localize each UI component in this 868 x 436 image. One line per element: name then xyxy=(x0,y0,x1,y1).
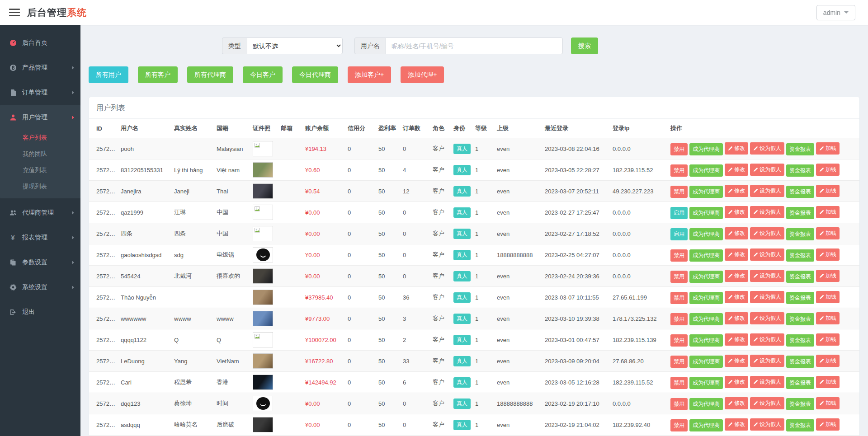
username-search-input[interactable] xyxy=(386,38,563,54)
become-agent-button[interactable]: 成为代理商 xyxy=(689,377,723,389)
become-agent-button[interactable]: 成为代理商 xyxy=(689,249,723,262)
all-agents-button[interactable]: 所有代理商 xyxy=(187,66,233,83)
become-agent-button[interactable]: 成为代理商 xyxy=(689,164,723,177)
edit-button[interactable]: 修改 xyxy=(725,312,748,324)
edit-button[interactable]: 修改 xyxy=(725,397,748,409)
become-agent-button[interactable]: 成为代理商 xyxy=(689,228,723,240)
edit-button[interactable]: 修改 xyxy=(725,248,748,261)
fund-report-button[interactable]: 资金报表 xyxy=(786,143,814,155)
set-fake-button[interactable]: 设为假人 xyxy=(750,312,784,324)
set-fake-button[interactable]: 设为假人 xyxy=(750,397,784,409)
sidebar-subitem-customer-list[interactable]: 客户列表 xyxy=(0,130,80,146)
all-customers-button[interactable]: 所有客户 xyxy=(138,66,178,83)
disable-button[interactable]: 禁用 xyxy=(670,334,688,347)
disable-button[interactable]: 禁用 xyxy=(670,419,688,431)
set-fake-button[interactable]: 设为假人 xyxy=(750,376,784,388)
fund-report-button[interactable]: 资金报表 xyxy=(786,228,814,240)
edit-button[interactable]: 修改 xyxy=(725,185,748,197)
sidebar-item-users[interactable]: 用户管理 xyxy=(0,105,80,130)
sidebar-item-orders[interactable]: 订单管理 xyxy=(0,80,80,105)
add-customer-button[interactable]: 添加客户+ xyxy=(348,66,391,83)
edit-button[interactable]: 修改 xyxy=(725,376,748,388)
enable-button[interactable]: 启用 xyxy=(670,207,688,219)
edit-button[interactable]: 修改 xyxy=(725,291,748,303)
today-customers-button[interactable]: 今日客户 xyxy=(243,66,283,83)
set-fake-button[interactable]: 设为假人 xyxy=(750,142,784,155)
become-agent-button[interactable]: 成为代理商 xyxy=(689,186,723,198)
type-select[interactable]: 默认不选 xyxy=(247,38,343,54)
disable-button[interactable]: 禁用 xyxy=(670,313,688,325)
fund-report-button[interactable]: 资金报表 xyxy=(786,419,814,431)
edit-button[interactable]: 修改 xyxy=(725,142,748,155)
set-fake-button[interactable]: 设为假人 xyxy=(750,227,784,239)
edit-button[interactable]: 修改 xyxy=(725,270,748,282)
hamburger-menu-icon[interactable] xyxy=(9,7,20,18)
search-button[interactable]: 搜索 xyxy=(571,38,598,54)
fund-report-button[interactable]: 资金报表 xyxy=(786,377,814,389)
add-money-button[interactable]: 加钱 xyxy=(816,227,840,239)
add-money-button[interactable]: 加钱 xyxy=(816,355,840,367)
set-fake-button[interactable]: 设为假人 xyxy=(750,333,784,346)
fund-report-button[interactable]: 资金报表 xyxy=(786,164,814,177)
add-money-button[interactable]: 加钱 xyxy=(816,185,840,197)
become-agent-button[interactable]: 成为代理商 xyxy=(689,398,723,410)
fund-report-button[interactable]: 资金报表 xyxy=(786,292,814,304)
sidebar-subitem-withdraw-list[interactable]: 提现列表 xyxy=(0,178,80,195)
sidebar-item-reports[interactable]: ¥ 报表管理 xyxy=(0,225,80,250)
set-fake-button[interactable]: 设为假人 xyxy=(750,270,784,282)
sidebar-item-system[interactable]: 系统设置 xyxy=(0,275,80,300)
disable-button[interactable]: 禁用 xyxy=(670,292,688,304)
set-fake-button[interactable]: 设为假人 xyxy=(750,291,784,303)
become-agent-button[interactable]: 成为代理商 xyxy=(689,356,723,368)
fund-report-button[interactable]: 资金报表 xyxy=(786,398,814,410)
edit-button[interactable]: 修改 xyxy=(725,164,748,176)
sidebar-item-agents[interactable]: 代理商管理 xyxy=(0,200,80,225)
set-fake-button[interactable]: 设为假人 xyxy=(750,164,784,176)
fund-report-button[interactable]: 资金报表 xyxy=(786,186,814,198)
become-agent-button[interactable]: 成为代理商 xyxy=(689,292,723,304)
sidebar-item-logout[interactable]: 退出 xyxy=(0,300,80,324)
disable-button[interactable]: 禁用 xyxy=(670,143,688,155)
add-money-button[interactable]: 加钱 xyxy=(816,248,840,261)
become-agent-button[interactable]: 成为代理商 xyxy=(689,143,723,155)
fund-report-button[interactable]: 资金报表 xyxy=(786,334,814,347)
set-fake-button[interactable]: 设为假人 xyxy=(750,355,784,367)
add-money-button[interactable]: 加钱 xyxy=(816,376,840,388)
fund-report-button[interactable]: 资金报表 xyxy=(786,271,814,283)
disable-button[interactable]: 禁用 xyxy=(670,398,688,410)
edit-button[interactable]: 修改 xyxy=(725,333,748,346)
add-money-button[interactable]: 加钱 xyxy=(816,164,840,176)
edit-button[interactable]: 修改 xyxy=(725,418,748,431)
all-users-button[interactable]: 所有用户 xyxy=(89,66,128,83)
add-money-button[interactable]: 加钱 xyxy=(816,333,840,346)
add-money-button[interactable]: 加钱 xyxy=(816,418,840,431)
sidebar-item-products[interactable]: 产品管理 xyxy=(0,55,80,80)
disable-button[interactable]: 禁用 xyxy=(670,186,688,198)
admin-user-dropdown[interactable]: admin xyxy=(816,5,855,20)
edit-button[interactable]: 修改 xyxy=(725,355,748,367)
set-fake-button[interactable]: 设为假人 xyxy=(750,206,784,218)
set-fake-button[interactable]: 设为假人 xyxy=(750,185,784,197)
add-agent-button[interactable]: 添加代理+ xyxy=(401,66,444,83)
disable-button[interactable]: 禁用 xyxy=(670,164,688,177)
become-agent-button[interactable]: 成为代理商 xyxy=(689,313,723,325)
sidebar-item-home[interactable]: 后台首页 xyxy=(0,30,80,55)
sidebar-subitem-my-team[interactable]: 我的团队 xyxy=(0,146,80,162)
disable-button[interactable]: 禁用 xyxy=(670,249,688,262)
edit-button[interactable]: 修改 xyxy=(725,206,748,218)
set-fake-button[interactable]: 设为假人 xyxy=(750,418,784,431)
add-money-button[interactable]: 加钱 xyxy=(816,206,840,218)
fund-report-button[interactable]: 资金报表 xyxy=(786,313,814,325)
sidebar-subitem-recharge-list[interactable]: 充值列表 xyxy=(0,162,80,178)
add-money-button[interactable]: 加钱 xyxy=(816,270,840,282)
disable-button[interactable]: 禁用 xyxy=(670,271,688,283)
edit-button[interactable]: 修改 xyxy=(725,227,748,239)
become-agent-button[interactable]: 成为代理商 xyxy=(689,334,723,347)
enable-button[interactable]: 启用 xyxy=(670,228,688,240)
sidebar-item-params[interactable]: 参数设置 xyxy=(0,250,80,275)
fund-report-button[interactable]: 资金报表 xyxy=(786,249,814,262)
add-money-button[interactable]: 加钱 xyxy=(816,142,840,155)
fund-report-button[interactable]: 资金报表 xyxy=(786,207,814,219)
disable-button[interactable]: 禁用 xyxy=(670,377,688,389)
disable-button[interactable]: 禁用 xyxy=(670,356,688,368)
